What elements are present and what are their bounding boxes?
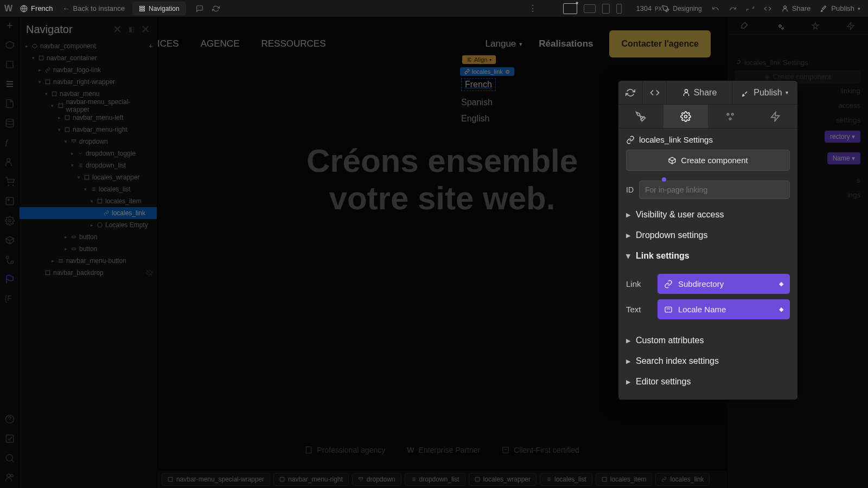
tree-item[interactable]: ▸dropdown_toggle xyxy=(20,147,157,159)
tree-item[interactable]: ▸navbar_logo-link xyxy=(20,64,157,76)
tree-item[interactable]: ▾dropdown xyxy=(20,136,157,147)
link-type-select[interactable]: Subdirectory ◆ xyxy=(658,274,790,294)
settings-icon[interactable] xyxy=(5,216,15,226)
caret-icon[interactable]: ▸ xyxy=(37,67,42,73)
breadcrumb-item[interactable]: locales_item xyxy=(596,473,653,486)
apps-icon[interactable] xyxy=(5,235,15,245)
brackets-icon[interactable]: {F xyxy=(5,294,15,304)
modal-share[interactable]: Share xyxy=(666,81,732,104)
publish-button[interactable]: Publish ▾ xyxy=(820,4,860,12)
accordion-dropdown[interactable]: ▶Dropdown settings xyxy=(626,225,790,246)
caret-icon[interactable]: ▾ xyxy=(69,163,75,168)
redo-icon[interactable] xyxy=(729,5,737,12)
caret-icon[interactable]: ▾ xyxy=(30,55,36,61)
more-vertical-icon[interactable]: ⋮ xyxy=(528,3,537,14)
accordion-editor-settings[interactable]: ▶Editor settings xyxy=(626,371,790,392)
breadcrumb-item[interactable]: navbar_menu-right xyxy=(273,473,349,486)
nav-link[interactable]: AGENCE xyxy=(201,38,240,49)
tree-item[interactable]: ▾navbar_container xyxy=(20,52,157,64)
accordion-link-settings[interactable]: ▶Link settings xyxy=(626,246,790,266)
team-icon[interactable] xyxy=(5,473,15,483)
tree-item[interactable]: navbar_backdrop xyxy=(20,267,157,279)
tree-item[interactable]: locales_link xyxy=(20,207,157,219)
nav-link[interactable]: RESSOURCES xyxy=(261,38,326,49)
style-manager-tab-icon[interactable] xyxy=(811,22,820,30)
caret-icon[interactable]: ▾ xyxy=(89,198,94,204)
caret-icon[interactable]: ▾ xyxy=(56,127,62,132)
collapse-icon[interactable]: ✕ xyxy=(113,23,122,36)
text-source-select[interactable]: Locale Name ◆ xyxy=(658,299,790,319)
undo-icon[interactable] xyxy=(712,5,719,12)
caret-icon[interactable]: ▸ xyxy=(50,258,55,264)
caret-icon[interactable]: ▾ xyxy=(76,175,81,180)
breadcrumb-item[interactable]: navbar-menu_special-wrapper xyxy=(162,473,270,486)
align-badge[interactable]: Align ▾ xyxy=(462,55,496,64)
accordion-visibility[interactable]: ▶Visibility & user access xyxy=(626,204,790,225)
tree-item[interactable]: ▸button xyxy=(20,243,157,255)
device-desktop-icon[interactable] xyxy=(563,3,577,14)
style-tab-icon[interactable] xyxy=(741,22,749,30)
breadcrumb-item[interactable]: dropdown_list xyxy=(405,473,465,486)
locale-item[interactable]: Spanish xyxy=(461,98,496,107)
device-laptop-icon[interactable] xyxy=(584,4,596,13)
tab-settings[interactable] xyxy=(663,105,709,128)
close-icon[interactable]: ✕ xyxy=(141,23,150,36)
caret-icon[interactable]: ▾ xyxy=(43,91,49,97)
device-mobile-icon[interactable] xyxy=(616,4,622,14)
logic-icon[interactable] xyxy=(5,255,15,265)
tree-item[interactable]: ▸navbar_menu-left xyxy=(20,112,157,124)
caret-icon[interactable]: ▾ xyxy=(82,187,88,192)
cta-button[interactable]: Contacter l'agence xyxy=(609,30,711,57)
tree-item[interactable]: ▾locales_wrapper xyxy=(20,171,157,183)
tab-interactions[interactable] xyxy=(753,105,798,128)
id-input[interactable] xyxy=(639,181,790,199)
accordion-custom-attributes[interactable]: ▶Custom attributes xyxy=(626,330,790,351)
comment-icon[interactable] xyxy=(196,5,203,12)
caret-icon[interactable]: ▸ xyxy=(89,222,94,228)
caret-icon[interactable]: ▾ xyxy=(63,139,68,144)
tab-style-manager[interactable] xyxy=(708,105,753,128)
modal-code[interactable] xyxy=(642,81,666,104)
tree-item[interactable]: ▾locales_list xyxy=(20,183,157,195)
tree-item[interactable]: ▾navbar_menu-right xyxy=(20,124,157,136)
caret-icon[interactable]: ▾ xyxy=(37,79,42,85)
assets-icon[interactable] xyxy=(5,196,15,206)
breadcrumb-item[interactable]: dropdown xyxy=(352,473,401,486)
tree-item[interactable]: ▾navbar-menu_special-wrapper xyxy=(20,100,157,112)
tree-item[interactable]: ▾navbar_right-wrapper xyxy=(20,76,157,88)
locale-item[interactable]: English xyxy=(461,114,496,124)
language-dropdown[interactable]: Langue ▾ xyxy=(486,38,523,49)
locale-item-current[interactable]: French xyxy=(461,78,496,91)
back-to-instance[interactable]: ← Back to instance xyxy=(63,4,125,12)
refresh-icon[interactable] xyxy=(212,5,220,12)
caret-icon[interactable]: ▾ xyxy=(50,103,55,108)
file-icon[interactable] xyxy=(5,99,15,108)
users-icon[interactable] xyxy=(5,157,15,167)
modal-publish[interactable]: Publish ▾ xyxy=(732,81,797,104)
settings-tab-icon[interactable] xyxy=(776,22,784,30)
caret-icon[interactable]: ▸ xyxy=(63,234,68,240)
device-tablet-icon[interactable] xyxy=(602,4,610,14)
search-icon[interactable] xyxy=(5,453,15,463)
selection-badge[interactable]: locales_link ⚙ xyxy=(460,67,514,76)
sync-icon[interactable] xyxy=(746,5,754,12)
share-button[interactable]: Share xyxy=(781,4,811,12)
box-icon[interactable] xyxy=(5,40,15,50)
nav-link-realisations[interactable]: Réalisations xyxy=(539,38,593,49)
breadcrumb-item[interactable]: locales_wrapper xyxy=(469,473,537,486)
caret-icon[interactable]: ▸ xyxy=(56,115,62,120)
split-view-icon[interactable]: ◧ xyxy=(129,25,135,33)
code-icon[interactable] xyxy=(764,5,771,12)
tree-item[interactable]: ▾dropdown_list xyxy=(20,159,157,171)
caret-icon[interactable]: ▸ xyxy=(63,246,68,252)
tree-item[interactable]: ▸button xyxy=(20,231,157,243)
webflow-logo[interactable]: W xyxy=(4,4,12,14)
navigator-tree[interactable]: ▸navbar_component+▾navbar_container▸navb… xyxy=(20,40,157,279)
variables-icon[interactable]: ƒ xyxy=(5,138,15,147)
designing-mode-toggle[interactable]: Designing xyxy=(662,5,701,12)
tree-item[interactable]: ▾locales_item xyxy=(20,195,157,207)
accordion-search-index[interactable]: ▶Search index settings xyxy=(626,351,790,371)
tree-item[interactable]: ▸navbar_component+ xyxy=(20,40,157,52)
navigator-tree-icon[interactable] xyxy=(5,79,15,89)
tree-item[interactable]: ▸Locales Empty xyxy=(20,219,157,231)
